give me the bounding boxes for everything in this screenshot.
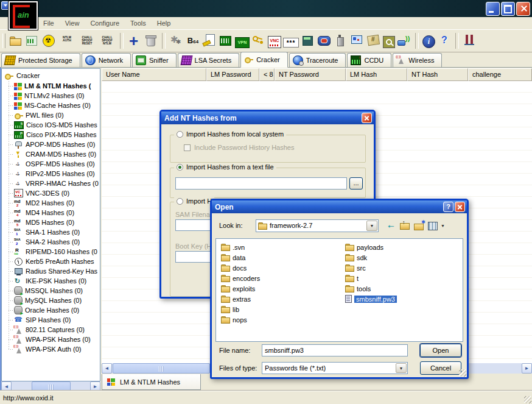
toolbar-button-icon[interactable] bbox=[455, 33, 459, 49]
tree-item[interactable]: MySQL Hashes (0) bbox=[2, 296, 100, 305]
folder-item[interactable]: src bbox=[345, 263, 383, 273]
folder-item[interactable]: data bbox=[221, 252, 260, 263]
scroll-left-icon[interactable]: ◄ bbox=[102, 363, 112, 374]
up-one-level-icon[interactable] bbox=[399, 219, 411, 232]
folder-item[interactable]: nops bbox=[221, 314, 260, 325]
tree-item[interactable]: SHA-2 Hashes (0) bbox=[2, 237, 100, 247]
open-dialog-titlebar[interactable]: Open ? bbox=[212, 200, 467, 213]
column-header[interactable]: < 8 bbox=[259, 68, 275, 81]
column-header[interactable]: LM Password bbox=[206, 68, 259, 81]
folder-item[interactable]: exploits bbox=[221, 283, 260, 294]
minimize-button[interactable] bbox=[486, 2, 500, 16]
toolbar-button-icon[interactable] bbox=[415, 33, 419, 49]
tree-item[interactable]: Cisco PIX-MD5 Hashes bbox=[2, 130, 100, 140]
tree-item[interactable]: MD4 Hashes (0) bbox=[2, 208, 100, 218]
toolbar-button-icon[interactable] bbox=[41, 33, 56, 49]
textfile-path-input[interactable] bbox=[175, 177, 347, 190]
tree-item[interactable]: MSSQL Hashes (0) bbox=[2, 286, 100, 296]
import-local-radio[interactable] bbox=[177, 131, 183, 138]
folder-item[interactable]: payloads bbox=[345, 242, 383, 252]
tree-item[interactable]: RIPv2-MD5 Hashes (0) bbox=[2, 169, 100, 179]
feature-tab[interactable]: Protected Storage bbox=[1, 53, 80, 67]
view-menu-icon[interactable] bbox=[427, 219, 439, 232]
tree-item[interactable]: 802.11 Captures (0) bbox=[2, 325, 100, 335]
toolbar-button-icon[interactable] bbox=[397, 33, 411, 49]
folder-item[interactable]: docs bbox=[221, 263, 260, 273]
menu-item[interactable]: Configure bbox=[85, 18, 125, 29]
folder-item[interactable]: tools bbox=[345, 283, 383, 294]
tree-item[interactable]: VRRP-HMAC Hashes (0 bbox=[2, 179, 100, 188]
column-header[interactable]: User Name bbox=[102, 68, 206, 81]
tree-item[interactable]: WPA-PSK Hashes (0) bbox=[2, 335, 100, 344]
column-header[interactable]: NT Hash bbox=[407, 68, 468, 81]
open-dialog-close-button[interactable] bbox=[455, 202, 465, 212]
maximize-button[interactable] bbox=[501, 2, 515, 16]
tree-item[interactable]: OSPF-MD5 Hashes (0) bbox=[2, 159, 100, 169]
back-icon[interactable]: ← bbox=[385, 219, 397, 232]
toolbar-button-icon[interactable] bbox=[350, 33, 365, 49]
import-sam-radio[interactable] bbox=[177, 198, 183, 205]
combo-dropdown-icon[interactable]: ▼ bbox=[366, 221, 377, 231]
tree-item[interactable]: Radius Shared-Key Has bbox=[2, 266, 100, 276]
tree-item[interactable]: NTLMv2 Hashes (0) bbox=[2, 91, 100, 101]
feature-tab[interactable]: Sniffer bbox=[132, 53, 177, 67]
tree-item[interactable]: RIPEMD-160 Hashes (0 bbox=[2, 247, 100, 257]
folder-item[interactable]: encoders bbox=[221, 273, 260, 283]
tree-item[interactable]: SIP Hashes (0) bbox=[2, 315, 100, 325]
feature-tab[interactable]: CCDU bbox=[347, 53, 391, 67]
toolbar-button-icon[interactable] bbox=[202, 33, 217, 49]
new-folder-icon[interactable] bbox=[413, 219, 425, 232]
column-header[interactable]: challenge bbox=[468, 68, 532, 81]
toolbar-button-icon[interactable]: ? bbox=[437, 33, 452, 49]
file-list[interactable]: .svn data docs encoders bbox=[215, 238, 463, 342]
column-header[interactable]: LM Hash bbox=[346, 68, 407, 81]
toolbar-button-icon[interactable] bbox=[383, 36, 395, 48]
menu-item[interactable]: View bbox=[60, 18, 85, 29]
toolbar-button-icon[interactable] bbox=[144, 33, 158, 49]
toolbar-button-icon[interactable]: CHALL SPOOF RESET bbox=[78, 33, 96, 49]
tree-item[interactable]: VNC-3DES (0) bbox=[2, 188, 100, 198]
toolbar-button-icon[interactable]: B64 bbox=[186, 33, 200, 49]
tree-root[interactable]: Cracker bbox=[2, 69, 100, 81]
folder-item[interactable]: sdk bbox=[345, 252, 383, 263]
tree-item[interactable]: APOP-MD5 Hashes (0) bbox=[2, 140, 100, 149]
tree-item[interactable]: SHA-1 Hashes (0) bbox=[2, 227, 100, 237]
toolbar-button-icon[interactable] bbox=[9, 33, 23, 49]
browse-button[interactable]: ... bbox=[349, 177, 363, 190]
folder-item[interactable]: lib bbox=[221, 304, 260, 314]
toolbar-button-icon[interactable] bbox=[25, 33, 40, 49]
tree-item[interactable]: Kerb5 PreAuth Hashes bbox=[2, 257, 100, 266]
toolbar-button-icon[interactable] bbox=[317, 33, 332, 49]
tree-item[interactable]: MD2 Hashes (0) bbox=[2, 198, 100, 208]
toolbar-button-icon[interactable]: i bbox=[422, 35, 435, 48]
toolbar-button-icon[interactable] bbox=[301, 33, 315, 49]
open-button[interactable]: Open bbox=[420, 344, 461, 357]
open-dialog-help-button[interactable]: ? bbox=[443, 202, 453, 212]
tree-item[interactable]: MS-Cache Hashes (0) bbox=[2, 101, 100, 110]
menu-item[interactable]: Help bbox=[152, 18, 177, 29]
feature-tab[interactable]: Cracker bbox=[240, 52, 288, 68]
toolbar-button-icon[interactable] bbox=[219, 33, 233, 49]
tree-item[interactable]: Oracle Hashes (0) bbox=[2, 305, 100, 315]
feature-tab[interactable]: LSA Secrets bbox=[178, 53, 240, 67]
toolbar-button-icon[interactable]: VNC bbox=[268, 36, 281, 48]
folder-item[interactable]: t bbox=[345, 273, 383, 283]
feature-tab[interactable]: Network bbox=[82, 53, 131, 67]
toolbar-button-icon[interactable] bbox=[120, 33, 124, 49]
folder-item[interactable]: extras bbox=[221, 294, 260, 304]
add-dialog-close-button[interactable] bbox=[362, 113, 372, 123]
tree-item[interactable]: WPA-PSK Auth (0) bbox=[2, 344, 100, 354]
close-button[interactable] bbox=[516, 2, 530, 16]
folder-item[interactable]: .svn bbox=[221, 242, 260, 252]
tree-item[interactable]: CRAM-MD5 Hashes (0) bbox=[2, 149, 100, 159]
import-textfile-radio[interactable] bbox=[177, 164, 183, 171]
toolbar-button-icon[interactable]: NTLM AUTH bbox=[58, 33, 76, 49]
menu-item[interactable]: File bbox=[38, 18, 60, 29]
tree-item[interactable]: Cisco IOS-MD5 Hashes bbox=[2, 120, 100, 130]
feature-tab[interactable]: Wireless bbox=[393, 53, 442, 67]
column-header[interactable]: NT Password bbox=[275, 68, 346, 81]
file-name-input[interactable]: smbsniff.pw3 bbox=[262, 344, 408, 356]
tree-item[interactable]: IKE-PSK Hashes (0) bbox=[2, 276, 100, 286]
selected-file-item[interactable]: smbsniff.pw3 bbox=[345, 294, 397, 304]
bottom-tab-lm-ntlm[interactable]: LM & NTLM Hashes bbox=[102, 374, 201, 390]
